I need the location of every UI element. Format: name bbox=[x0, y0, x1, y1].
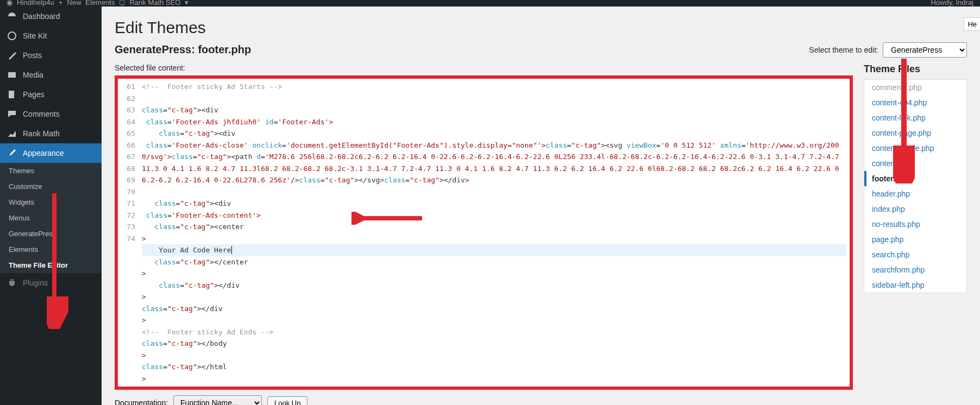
comment-icon bbox=[7, 109, 17, 119]
svg-point-0 bbox=[8, 32, 16, 40]
sidebar-label: Pages bbox=[23, 90, 45, 99]
code-area[interactable]: <!-- Footer sticky Ad Starts --> class="… bbox=[139, 79, 850, 387]
sidebar-sub-themes[interactable]: Themes bbox=[0, 163, 102, 179]
theme-file-item[interactable]: page.php bbox=[864, 232, 966, 247]
sidebar-label: Plugins bbox=[23, 279, 48, 287]
theme-files-list: comments.phpcontent-404.phpcontent-link.… bbox=[864, 79, 967, 293]
google-icon bbox=[7, 30, 17, 41]
documentation-select[interactable]: Function Name... bbox=[173, 395, 262, 405]
sidebar-item-appearance[interactable]: Appearance bbox=[0, 143, 102, 163]
sidebar-item-comments[interactable]: Comments bbox=[0, 104, 102, 124]
wp-logo-icon[interactable]: ◉ bbox=[7, 0, 12, 7]
sidebar-label: Media bbox=[23, 71, 43, 79]
admin-topbar: ◉ Hindihelp4u + New Elements ⬡ Rank Math… bbox=[0, 0, 980, 7]
documentation-label: Documentation: bbox=[115, 398, 168, 405]
sidebar-label: Dashboard bbox=[23, 12, 60, 21]
select-theme-label: Select theme to edit: bbox=[809, 46, 878, 54]
code-editor[interactable]: 6162636465666768697071727374 <!-- Footer… bbox=[115, 75, 853, 390]
media-icon bbox=[7, 69, 17, 80]
rankmath-icon[interactable]: ⬡ bbox=[119, 0, 125, 7]
theme-file-item[interactable]: content-link.php bbox=[864, 110, 966, 125]
annotation-arrow-files bbox=[893, 59, 915, 183]
pin-icon bbox=[7, 50, 17, 61]
gauge-icon bbox=[7, 11, 17, 22]
lookup-button[interactable]: Look Up bbox=[267, 396, 307, 406]
theme-files-title: Theme Files bbox=[864, 64, 967, 75]
howdy-text[interactable]: Howdy, Indraj bbox=[931, 0, 973, 7]
dropdown-icon[interactable]: ▾ bbox=[185, 0, 189, 7]
theme-file-item[interactable]: content.php bbox=[864, 156, 966, 171]
sidebar-item-media[interactable]: Media bbox=[0, 65, 102, 85]
theme-file-item[interactable]: content-page.php bbox=[864, 125, 966, 141]
sidebar-item-dashboard[interactable]: Dashboard bbox=[0, 7, 102, 26]
chart-icon bbox=[7, 128, 17, 139]
line-numbers: 6162636465666768697071727374 bbox=[118, 79, 139, 387]
sidebar-item-rankmath[interactable]: Rank Math bbox=[0, 124, 102, 143]
theme-file-item[interactable]: search.php bbox=[864, 247, 966, 262]
admin-sidebar: Dashboard Site Kit Posts Media Pages Com… bbox=[0, 7, 102, 405]
rankmath-link[interactable]: Rank Math SEO bbox=[129, 0, 180, 7]
sidebar-item-pages[interactable]: Pages bbox=[0, 85, 102, 104]
elements-link[interactable]: Elements bbox=[85, 0, 115, 7]
svg-rect-2 bbox=[9, 91, 14, 98]
sidebar-label: Comments bbox=[23, 110, 60, 118]
sidebar-label: Site Kit bbox=[23, 31, 47, 40]
sidebar-label: Posts bbox=[23, 51, 42, 60]
theme-file-item[interactable]: comments.php bbox=[864, 80, 966, 95]
site-name[interactable]: Hindihelp4u bbox=[17, 0, 54, 7]
sidebar-item-sitekit[interactable]: Site Kit bbox=[0, 26, 102, 46]
theme-file-item[interactable]: header.php bbox=[864, 186, 966, 201]
sidebar-sub-customize[interactable]: Customize bbox=[0, 179, 102, 194]
plus-icon[interactable]: + bbox=[59, 0, 63, 7]
main-content: He Edit Themes GeneratePress: footer.php… bbox=[102, 7, 980, 405]
sidebar-label: Appearance bbox=[23, 149, 64, 157]
theme-file-item[interactable]: footer.php bbox=[864, 171, 966, 186]
content-label: Selected file content: bbox=[115, 64, 853, 72]
pages-icon bbox=[7, 89, 17, 100]
plug-icon bbox=[7, 277, 17, 288]
theme-file-item[interactable]: index.php bbox=[864, 201, 966, 217]
theme-file-item[interactable]: content-404.php bbox=[864, 95, 966, 110]
select-theme-dropdown[interactable]: GeneratePress bbox=[883, 42, 967, 58]
page-title: Edit Themes bbox=[115, 18, 967, 37]
sidebar-label: Rank Math bbox=[23, 129, 60, 138]
brush-icon bbox=[7, 148, 17, 159]
annotation-arrow-sidebar bbox=[47, 193, 68, 329]
theme-file-item[interactable]: content-single.php bbox=[864, 141, 966, 156]
help-tab[interactable]: He bbox=[964, 17, 980, 31]
annotation-arrow-code bbox=[351, 212, 428, 225]
new-link[interactable]: New bbox=[67, 0, 81, 7]
theme-file-item[interactable]: sidebar-left.php bbox=[864, 277, 966, 293]
theme-file-item[interactable]: no-results.php bbox=[864, 217, 966, 232]
svg-rect-1 bbox=[8, 72, 16, 78]
sidebar-item-posts[interactable]: Posts bbox=[0, 46, 102, 65]
theme-file-item[interactable]: searchform.php bbox=[864, 262, 966, 277]
